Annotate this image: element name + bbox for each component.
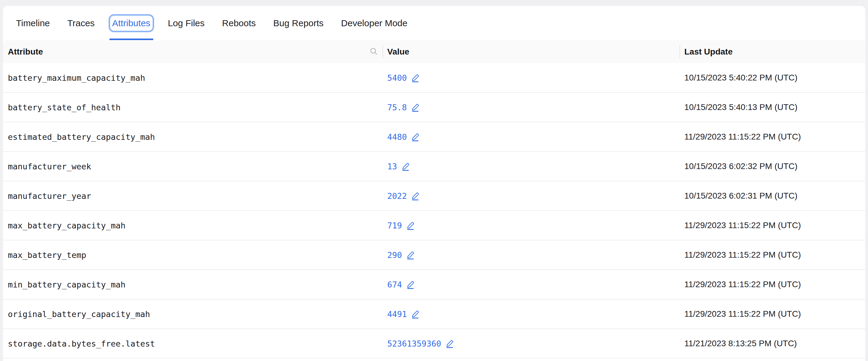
search-icon xyxy=(369,47,378,56)
table-body: battery_maximum_capacity_mah 5400 10/15/… xyxy=(3,63,865,359)
content-card: Timeline Traces Attributes Log Files Reb… xyxy=(3,6,865,361)
table-row: min_battery_capacity_mah 674 11/29/2023 … xyxy=(3,270,865,299)
attribute-name: estimated_battery_capacity_mah xyxy=(8,132,155,142)
edit-value-button[interactable] xyxy=(411,132,420,141)
tab-label: Traces xyxy=(67,18,95,29)
attribute-name: original_battery_capacity_mah xyxy=(8,309,150,319)
edit-value-button[interactable] xyxy=(411,191,420,200)
table-row: max_battery_capacity_mah 719 11/29/2023 … xyxy=(3,211,865,240)
attribute-name: storage.data.bytes_free.latest xyxy=(8,339,155,348)
edit-pencil-icon xyxy=(445,339,454,348)
table-row: storage.data.bytes_free.latest 523613593… xyxy=(3,329,865,359)
last-update-timestamp: 10/15/2023 5:40:22 PM (UTC) xyxy=(684,73,798,83)
edit-value-button[interactable] xyxy=(411,309,420,319)
last-update-timestamp: 11/29/2023 11:15:22 PM (UTC) xyxy=(684,280,801,289)
tab-label: Reboots xyxy=(222,18,256,29)
edit-value-button[interactable] xyxy=(411,73,420,82)
table-row: max_battery_temp 290 11/29/2023 11:15:22… xyxy=(3,240,865,270)
edit-value-button[interactable] xyxy=(406,280,415,289)
attribute-name: min_battery_capacity_mah xyxy=(8,280,125,289)
column-header-last-update: Last Update xyxy=(680,40,865,63)
edit-pencil-icon xyxy=(411,73,420,82)
tab-reboots[interactable]: Reboots xyxy=(213,6,265,40)
attribute-value: 13 xyxy=(387,162,397,171)
attribute-name: manufacturer_year xyxy=(8,191,91,201)
table-row: manufacturer_year 2022 10/15/2023 6:02:3… xyxy=(3,182,865,211)
attribute-name: max_battery_temp xyxy=(8,251,86,260)
column-header-value-label: Value xyxy=(387,47,409,57)
attribute-search-button[interactable] xyxy=(369,47,379,57)
column-header-attribute-label: Attribute xyxy=(8,47,43,57)
edit-pencil-icon xyxy=(411,103,420,112)
edit-pencil-icon xyxy=(406,221,415,230)
tab-bug-reports[interactable]: Bug Reports xyxy=(265,6,332,40)
tab-label: Attributes xyxy=(112,18,151,29)
last-update-timestamp: 11/21/2023 8:13:25 PM (UTC) xyxy=(684,339,797,348)
last-update-timestamp: 11/29/2023 11:15:22 PM (UTC) xyxy=(684,309,801,319)
edit-pencil-icon xyxy=(411,191,420,200)
attribute-value: 719 xyxy=(387,221,402,230)
table-row: battery_maximum_capacity_mah 5400 10/15/… xyxy=(3,63,865,93)
tab-bar: Timeline Traces Attributes Log Files Reb… xyxy=(3,6,865,40)
column-header-attribute: Attribute xyxy=(3,40,382,63)
edit-value-button[interactable] xyxy=(411,103,420,112)
last-update-timestamp: 10/15/2023 6:02:32 PM (UTC) xyxy=(684,162,798,171)
table-row: manufacturer_week 13 10/15/2023 6:02:32 … xyxy=(3,152,865,182)
attributes-page: { "tabs": { "items": [ { "label": "Timel… xyxy=(0,0,868,361)
attribute-value: 4491 xyxy=(387,309,407,319)
attributes-table: Attribute Value Last Update xyxy=(3,40,865,359)
table-row: battery_state_of_health 75.8 10/15/2023 … xyxy=(3,93,865,122)
edit-value-button[interactable] xyxy=(406,221,415,230)
attribute-name: max_battery_capacity_mah xyxy=(8,221,125,230)
tab-label: Timeline xyxy=(16,18,50,29)
last-update-timestamp: 11/29/2023 11:15:22 PM (UTC) xyxy=(684,250,801,260)
tab-developer-mode[interactable]: Developer Mode xyxy=(332,6,416,40)
last-update-timestamp: 10/15/2023 5:40:13 PM (UTC) xyxy=(684,102,798,112)
tab-label: Log Files xyxy=(168,18,205,29)
attribute-name: battery_maximum_capacity_mah xyxy=(8,73,145,83)
edit-pencil-icon xyxy=(411,132,420,141)
tab-log-files[interactable]: Log Files xyxy=(159,6,214,40)
attribute-value: 75.8 xyxy=(387,103,407,112)
tab-traces[interactable]: Traces xyxy=(59,6,103,40)
attribute-name: battery_state_of_health xyxy=(8,103,121,112)
edit-value-button[interactable] xyxy=(406,251,415,259)
attribute-value: 290 xyxy=(387,251,402,260)
column-header-last-update-label: Last Update xyxy=(684,47,733,57)
column-header-value: Value xyxy=(382,40,680,63)
tab-timeline[interactable]: Timeline xyxy=(7,6,59,40)
attribute-value: 674 xyxy=(387,280,402,289)
edit-pencil-icon xyxy=(406,280,415,289)
table-row: original_battery_capacity_mah 4491 11/29… xyxy=(3,299,865,329)
edit-pencil-icon xyxy=(406,251,415,259)
tab-label: Developer Mode xyxy=(341,18,407,29)
attribute-value: 4480 xyxy=(387,132,407,142)
tab-attributes[interactable]: Attributes xyxy=(103,6,159,40)
last-update-timestamp: 10/15/2023 6:02:31 PM (UTC) xyxy=(684,191,798,201)
attribute-name: manufacturer_week xyxy=(8,162,91,171)
last-update-timestamp: 11/29/2023 11:15:22 PM (UTC) xyxy=(684,132,801,142)
attribute-value: 52361359360 xyxy=(387,339,441,348)
attribute-value: 5400 xyxy=(387,73,407,83)
table-row: estimated_battery_capacity_mah 4480 11/2… xyxy=(3,122,865,152)
edit-value-button[interactable] xyxy=(445,339,454,348)
attribute-value: 2022 xyxy=(387,191,407,201)
last-update-timestamp: 11/29/2023 11:15:22 PM (UTC) xyxy=(684,221,801,230)
edit-pencil-icon xyxy=(401,162,410,171)
edit-pencil-icon xyxy=(411,309,420,319)
tab-label: Bug Reports xyxy=(273,18,323,29)
table-header-row: Attribute Value Last Update xyxy=(3,40,865,63)
edit-value-button[interactable] xyxy=(401,162,410,171)
